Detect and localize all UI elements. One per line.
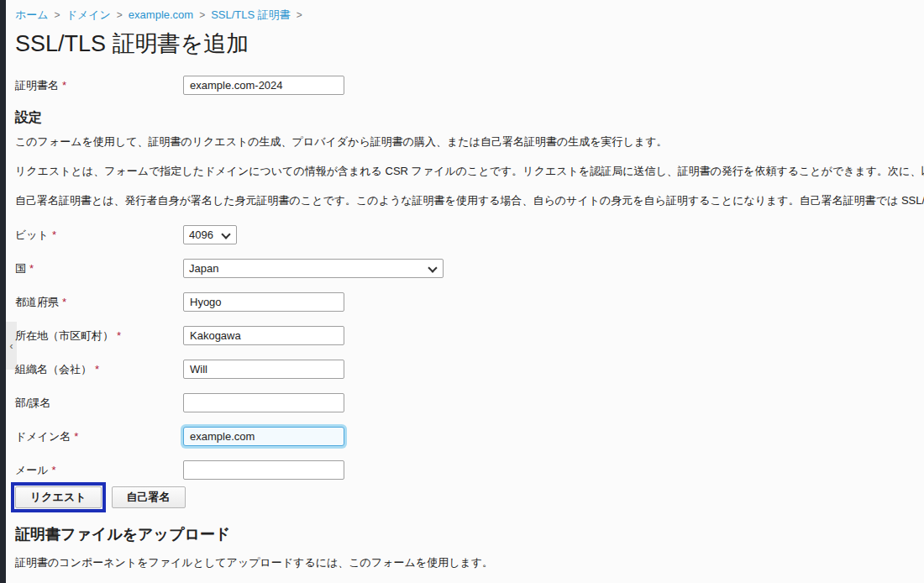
required-mark: * [62,296,66,308]
department-input[interactable] [183,393,344,412]
bits-select[interactable]: 4096 [183,225,237,244]
click-highlight-annotation: リクエスト [11,482,106,512]
bits-row: ビット* 4096 [15,225,924,244]
required-mark: * [29,262,34,275]
state-row: 都道府県* [15,292,924,312]
required-mark: * [95,363,99,376]
upload-heading: 証明書ファイルをアップロード [15,525,924,544]
settings-description-1: このフォームを使用して、証明書のリクエストの生成、プロバイダから証明書の購入、ま… [15,134,924,149]
country-label: 国* [15,261,183,276]
organization-input[interactable] [183,360,344,379]
breadcrumb-separator: > [297,9,302,21]
domain-label: ドメイン名* [15,429,183,444]
organization-row: 組織名（会社）* [15,360,924,379]
required-mark: * [52,464,56,476]
city-input[interactable] [183,326,344,345]
country-row: 国* Japan [15,259,924,278]
department-row: 部/課名 [15,393,924,412]
breadcrumb-separator: > [55,9,60,21]
department-label: 部/課名 [15,396,183,410]
required-mark: * [52,228,56,241]
certificate-name-input[interactable] [183,76,344,95]
required-mark: * [62,79,66,92]
breadcrumb-link-domain[interactable]: example.com [129,8,193,21]
settings-description-3: 自己署名証明書とは、発行者自身が署名した身元証明書のことです。このような証明書を… [15,193,924,207]
domain-input[interactable] [183,427,344,446]
bits-select-wrap: 4096 [183,225,237,244]
email-label: メール* [15,463,183,477]
city-label: 所在地（市区町村）* [15,328,183,343]
settings-description-2: リクエストとは、フォームで指定したドメインについての情報が含まれる CSR ファ… [15,164,924,178]
upload-description: 証明書のコンポーネントをファイルとしてアップロードするには、このフォームを使用し… [15,555,924,570]
state-input[interactable] [183,292,344,312]
city-row: 所在地（市区町村）* [15,326,924,345]
request-button[interactable]: リクエスト [15,486,102,508]
breadcrumb-separator: > [117,9,123,21]
breadcrumb-link-home[interactable]: ホーム [15,8,49,21]
main-content: ホーム>ドメイン>example.com>SSL/TLS 証明書> SSL/TL… [0,0,924,583]
email-row: メール* [15,460,924,480]
certificate-name-row: 証明書名* [15,76,924,95]
breadcrumb-separator: > [199,9,205,21]
organization-label: 組織名（会社）* [15,362,183,376]
required-mark: * [117,329,121,342]
bits-label: ビット* [15,228,183,242]
state-label: 都道府県* [15,295,183,309]
form-buttons: リクエスト 自己署名 [15,486,924,508]
domain-row: ドメイン名* [15,427,924,446]
country-select[interactable]: Japan [183,259,444,278]
self-signed-button[interactable]: 自己署名 [112,486,186,508]
country-select-wrap: Japan [183,259,444,278]
breadcrumb: ホーム>ドメイン>example.com>SSL/TLS 証明書> [15,8,924,23]
certificate-name-label: 証明書名* [15,78,183,92]
required-mark: * [74,430,78,443]
email-input[interactable] [183,460,344,480]
settings-heading: 設定 [15,109,924,126]
breadcrumb-link-domains[interactable]: ドメイン [66,8,111,21]
breadcrumb-link-certificates[interactable]: SSL/TLS 証明書 [211,8,291,21]
page-title: SSL/TLS 証明書を追加 [15,29,924,58]
